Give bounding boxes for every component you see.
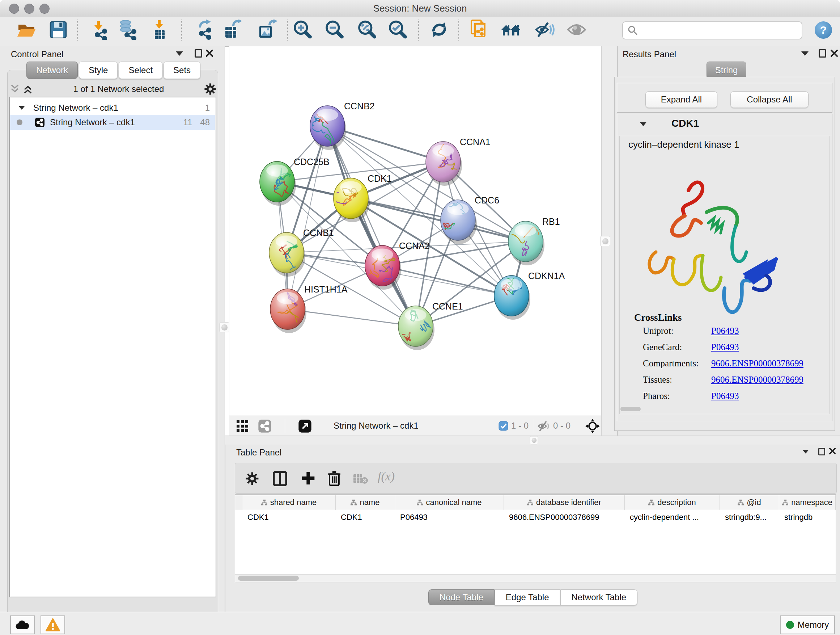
column-header-namespace[interactable]: namespace [779,495,836,510]
network-node-RB1[interactable] [500,221,548,265]
string-view-icon[interactable] [258,419,272,433]
crosslink-uniprot-link[interactable]: P06493 [711,326,739,336]
memory-button[interactable]: Memory [780,616,835,634]
crosslink-pharos-link[interactable]: P06493 [711,391,739,401]
tab-edge-table[interactable]: Edge Table [494,589,561,605]
network-node-CDC25B[interactable] [260,162,296,206]
table-cell[interactable]: CDK1 [336,510,395,525]
column-header-description[interactable]: description [625,495,720,510]
expand-all-icon[interactable] [22,84,33,95]
refresh-button[interactable] [429,19,450,41]
network-collection-row[interactable]: String Network – cdk1 1 [10,100,215,116]
column-header--id[interactable]: @id [720,495,779,510]
network-node-CDC6[interactable] [436,200,477,244]
trash-icon[interactable] [327,470,341,486]
panel-menu-icon[interactable] [801,51,808,56]
warnings-button[interactable] [41,616,65,634]
crosslink-genecard-link[interactable]: P06493 [711,342,739,352]
help-button[interactable]: ? [815,21,832,39]
left-splitter-handle[interactable] [219,322,229,333]
crosslink-compartments-link[interactable]: 9606.ENSP00000378699 [711,358,804,369]
panel-float-icon[interactable] [819,49,826,57]
panel-close-icon[interactable] [829,448,836,455]
crosslink-tissues-link[interactable]: 9606.ENSP00000378699 [711,375,804,385]
panel-float-icon[interactable] [195,49,202,57]
search-field[interactable] [622,21,802,40]
fit-position-icon[interactable] [585,419,600,433]
network-node-CCNA2[interactable] [365,245,401,290]
table-cell[interactable]: P06493 [395,510,504,525]
show-all-button[interactable] [566,19,587,41]
table-cell[interactable]: stringdb:9... [720,510,779,525]
export-image-button[interactable] [257,19,278,41]
column-header-canonical-name[interactable]: canonical name [395,495,504,510]
network-row-selected[interactable]: String Network – cdk1 11 48 [10,115,215,130]
table-cell[interactable]: cyclin-dependent ... [625,510,720,525]
collapse-all-button[interactable]: Collapse All [730,91,808,108]
tab-sets[interactable]: Sets [164,62,201,79]
gene-collapse-icon[interactable] [640,122,646,126]
save-session-button[interactable] [48,19,69,41]
tab-select[interactable]: Select [118,62,163,79]
table-cell[interactable]: stringdb [779,510,836,525]
results-hscroll-thumb[interactable] [621,407,641,411]
tab-style[interactable]: Style [79,62,118,79]
panel-float-icon[interactable] [818,448,825,455]
status-bar: Memory [0,612,840,635]
export-network-button[interactable] [195,19,216,41]
cloud-status-button[interactable] [10,616,35,634]
column-header-name[interactable]: name [336,495,395,510]
gear-icon[interactable] [245,472,259,486]
table-cell[interactable]: CDK1 [242,510,336,525]
network-node-HIST1H1A[interactable] [270,289,306,335]
zoom-fit-button[interactable] [356,19,377,41]
network-node-CCNE1[interactable] [398,306,434,350]
search-input[interactable] [641,23,802,38]
column-header-shared-name[interactable]: shared name [242,495,336,510]
expand-all-button[interactable]: Expand All [645,91,717,108]
clone-network-button[interactable] [470,19,491,41]
bottom-splitter-handle[interactable] [530,436,538,444]
import-table-button[interactable] [149,19,171,41]
network-edge[interactable] [351,198,526,241]
network-edge[interactable] [327,126,416,326]
network-node-CDK1[interactable] [328,178,370,222]
tab-node-table[interactable]: Node Table [428,589,494,605]
birds-eye-view-icon[interactable] [236,420,248,432]
show-columns-icon[interactable] [273,471,287,486]
selected-checkbox-icon[interactable] [499,421,508,431]
network-edge[interactable] [382,266,512,296]
first-neighbors-button[interactable] [501,19,522,41]
network-node-CCNB1[interactable] [269,233,305,277]
panel-close-icon[interactable] [830,49,838,57]
tab-network[interactable]: Network [27,62,78,79]
collapse-all-icon[interactable] [9,84,20,95]
hide-selected-button[interactable] [535,19,556,41]
tab-network-table[interactable]: Network Table [561,589,638,605]
panel-menu-icon[interactable] [803,450,808,454]
import-network-file-button[interactable] [88,19,110,41]
table-cell[interactable]: 9606.ENSP00000378699 [504,510,625,525]
network-canvas[interactable]: CCNB2CCNA1CDC25BCDK1CDC6RB1CCNB1CCNA2CDK… [229,46,602,416]
panel-menu-icon[interactable] [176,51,183,56]
horizontal-splitter[interactable] [225,435,840,445]
zoom-out-button[interactable] [324,19,345,41]
tree-expand-icon[interactable] [19,106,25,110]
node-table[interactable]: shared namenamecanonical namedatabase id… [235,494,836,583]
export-table-button[interactable] [222,19,243,41]
table-hscrollbar[interactable] [235,574,836,582]
right-splitter-handle[interactable] [600,236,610,246]
table-hscroll-thumb[interactable] [238,576,299,581]
zoom-selected-button[interactable] [387,19,408,41]
open-in-window-icon[interactable] [298,419,312,433]
panel-close-icon[interactable] [205,49,213,57]
network-node-CCNB2[interactable] [310,106,346,150]
gear-icon[interactable] [204,83,216,95]
zoom-in-button[interactable] [292,19,313,41]
import-network-database-button[interactable] [117,19,138,41]
tab-string[interactable]: String [706,62,746,79]
column-header-database-identifier[interactable]: database identifier [504,495,625,510]
network-edge[interactable] [287,309,416,326]
open-session-button[interactable] [16,19,37,41]
add-icon[interactable] [301,471,316,486]
